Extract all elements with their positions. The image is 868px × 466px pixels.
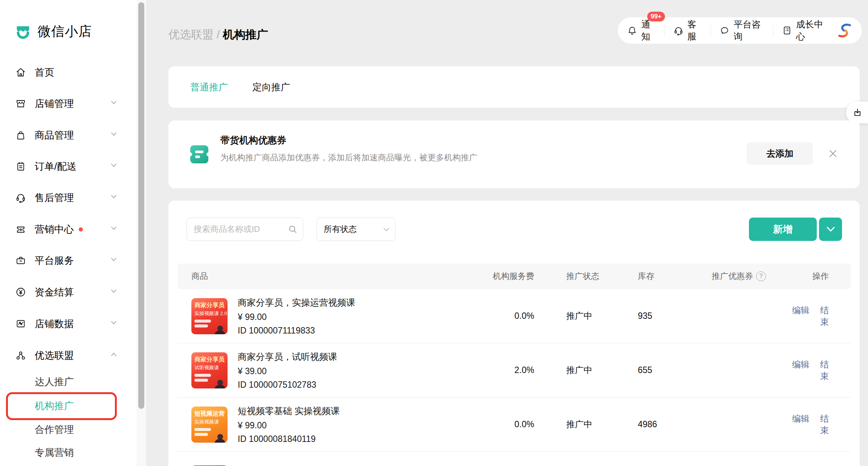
top-utility-bar: 通知99+ 客服 平台咨询 成长中心 [618,17,862,44]
end-link[interactable]: 结束 [820,305,829,327]
chevron-down-icon [111,321,116,324]
person-silhouette [214,434,226,443]
product-title: 短视频零基础 实操视频课 [238,405,340,417]
product-cell: 短视频运营 实操视频课 短视频零基础 实操视频课 ¥ 99.00 ID 1000… [177,405,474,444]
go-add-button[interactable]: 去添加 [747,142,813,165]
end-link[interactable]: 结束 [820,414,829,435]
growth-center-button[interactable]: 成长中心 [782,18,827,43]
chevron-down-icon [111,289,116,293]
home-icon [15,67,26,78]
breadcrumb-parent[interactable]: 优选联盟 [168,28,214,41]
search-icon[interactable] [288,224,298,234]
column-header-coupon: 推广优惠券 ? [685,271,787,282]
divider [711,25,711,36]
tab-normal-promotion[interactable]: 普通推广 [190,66,228,108]
sidebar-scrollbar-thumb[interactable] [138,2,144,409]
chevron-up-icon [111,353,116,356]
column-header-product: 商品 [177,271,474,282]
customer-service-button[interactable]: 客服 [673,18,703,43]
status-filter-select[interactable]: 所有状态 [316,218,396,241]
actions-cell: 编辑 结束 [787,413,851,436]
notifications-button[interactable]: 通知99+ [627,18,656,43]
sidebar-item-store-data[interactable]: 店铺数据 [0,316,137,331]
chat-bubble-icon [719,25,730,36]
product-price: ¥ 99.00 [238,312,355,322]
wechat-shop-logo-icon [14,23,32,40]
storefront-icon [15,98,26,109]
document-icon [782,25,792,36]
sidebar-subitem-institution-promotion[interactable]: 机构推广 [35,398,74,413]
product-image: 商家分享员 试听视频课 [191,352,228,388]
sidebar-subitem-exclusive-marketing[interactable]: 专属营销 [35,445,74,460]
platform-consult-button[interactable]: 平台咨询 [719,18,765,43]
bell-icon [627,25,637,36]
product-id: ID 10000081840119 [238,434,340,444]
table-body: 商家分享员 实操视频课 2.0 商家分享员，实操运营视频课 ¥ 99.00 ID… [177,289,851,466]
product-image: 短视频运营 实操视频课 [191,407,228,443]
brand-swirl-logo[interactable] [836,22,853,39]
table-header: 商品 机构服务费 推广状态 库存 推广优惠券 ? 操作 [177,263,851,289]
fee-cell: 0.0% [474,419,534,429]
sidebar-subitem-influencer-promotion[interactable]: 达人推广 [35,374,74,389]
person-silhouette [214,326,226,334]
sidebar-item-preferred-alliance[interactable]: 优选联盟 [0,348,137,363]
chevron-down-icon [827,227,835,232]
banner-description: 为机构推广商品添加优惠券，添加后将加速商品曝光，被更多机构推广 [220,152,477,163]
sidebar: 微信小店 首页 店铺管理 商品管理 订单/配送 售后管理 营销中心 平台服务 [0,0,137,466]
product-id: ID 10000075102783 [238,380,337,390]
promotion-table-card: 所有状态 新增 商品 机构服务费 推广状态 库存 推广优惠券 ? 操作 商家分享… [168,201,860,466]
chart-icon [15,318,26,329]
chevron-down-icon [111,195,116,198]
sidebar-item-store-management[interactable]: 店铺管理 [0,96,137,111]
divider [665,25,665,36]
tabs-card: 普通推广 定向推广 [168,66,860,108]
column-header-status: 推广状态 [534,271,610,282]
ticket-icon [15,224,26,235]
chevron-down-icon [111,227,116,230]
sidebar-item-aftersales[interactable]: 售后管理 [0,190,137,205]
sidebar-item-home[interactable]: 首页 [0,65,137,80]
sidebar-item-platform-services[interactable]: 平台服务 [0,253,137,268]
help-icon[interactable]: ? [756,271,766,281]
status-cell: 推广中 [534,419,610,430]
sidebar-item-funds-settlement[interactable]: 资金结算 [0,285,137,300]
divider [773,25,773,36]
close-icon[interactable] [828,148,838,159]
table-row: 商家分享员 实操视频课 2.0 商家分享员，实操运营视频课 ¥ 99.00 ID… [177,289,851,343]
stock-cell: 655 [610,365,685,375]
add-dropdown-button[interactable] [819,218,842,241]
add-button[interactable]: 新增 [749,218,817,241]
column-header-fee: 机构服务费 [474,271,534,282]
product-id: ID 10000071119833 [238,326,355,336]
product-search [186,218,303,241]
edit-link[interactable]: 编辑 [792,305,810,315]
status-cell: 推广中 [534,310,610,322]
chevron-down-icon [384,228,389,231]
chevron-down-icon [111,132,116,136]
app-logo[interactable]: 微信小店 [14,23,92,40]
breadcrumb-separator: / [217,28,220,41]
sidebar-item-product-management[interactable]: 商品管理 [0,128,137,143]
stock-cell: 4986 [610,419,685,429]
banner-title: 带货机构优惠券 [220,134,286,146]
status-cell: 推广中 [534,364,610,376]
edit-link[interactable]: 编辑 [792,414,810,423]
tab-targeted-promotion[interactable]: 定向推广 [252,66,290,108]
app-title: 微信小店 [38,23,92,40]
coupon-banner: 带货机构优惠券 为机构推广商品添加优惠券，添加后将加速商品曝光，被更多机构推广 … [168,120,860,188]
end-link[interactable]: 结束 [820,359,829,381]
product-cell [177,456,474,466]
search-input[interactable] [187,218,303,241]
page-title: 机构推广 [223,28,268,41]
headset-icon [15,192,26,203]
sidebar-item-marketing-center[interactable]: 营销中心 [0,222,137,237]
chevron-down-icon [111,258,116,261]
download-icon [853,108,862,117]
edit-link[interactable]: 编辑 [792,359,810,369]
product-image: 商家分享员 实操视频课 2.0 [191,298,228,334]
stock-cell: 935 [610,311,685,321]
chevron-down-icon [111,164,116,167]
sidebar-subitem-cooperation-management[interactable]: 合作管理 [35,422,74,437]
sidebar-item-orders-delivery[interactable]: 订单/配送 [0,159,137,174]
table-row-partial [177,452,851,466]
